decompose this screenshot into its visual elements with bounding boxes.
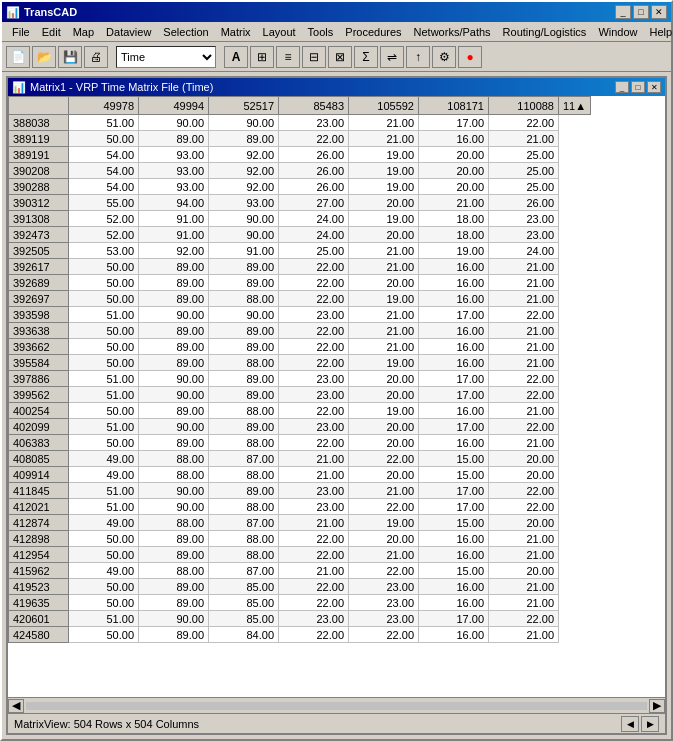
menu-layout[interactable]: Layout [257, 24, 302, 40]
filter-button[interactable]: ⊠ [328, 46, 352, 68]
row-id-cell: 409914 [9, 467, 69, 483]
menu-networks-paths[interactable]: Networks/Paths [408, 24, 497, 40]
cols-button[interactable]: ⊟ [302, 46, 326, 68]
menu-routing-logistics[interactable]: Routing/Logistics [497, 24, 593, 40]
menu-selection[interactable]: Selection [157, 24, 214, 40]
col-header-49978[interactable]: 49978 [69, 97, 139, 115]
table-row: 38919154.0093.0092.0026.0019.0020.0025.0… [9, 147, 591, 163]
swap-button[interactable]: ⇌ [380, 46, 404, 68]
data-cell: 22.00 [279, 275, 349, 291]
data-cell: 27.00 [279, 195, 349, 211]
menu-procedures[interactable]: Procedures [339, 24, 407, 40]
data-cell: 89.00 [209, 371, 279, 387]
data-cell: 22.00 [349, 451, 419, 467]
status-btn-2[interactable]: ▶ [641, 716, 659, 732]
inner-maximize[interactable]: □ [631, 81, 645, 93]
open-button[interactable]: 📂 [32, 46, 56, 68]
data-cell: 17.00 [419, 115, 489, 131]
menu-dataview[interactable]: Dataview [100, 24, 157, 40]
col-header-more[interactable]: 11▲ [559, 97, 591, 115]
menu-edit[interactable]: Edit [36, 24, 67, 40]
table-area: 49978 49994 52517 85483 105592 108171 11… [8, 96, 665, 713]
highlight-button[interactable]: ● [458, 46, 482, 68]
data-cell: 22.00 [279, 323, 349, 339]
data-cell: 89.00 [139, 435, 209, 451]
data-cell: 20.00 [489, 563, 559, 579]
inner-title-left: 📊 Matrix1 - VRP Time Matrix File (Time) [12, 81, 213, 94]
data-cell: 18.00 [419, 211, 489, 227]
menu-map[interactable]: Map [67, 24, 100, 40]
data-cell: 20.00 [349, 419, 419, 435]
up-button[interactable]: ↑ [406, 46, 430, 68]
h-scrollbar[interactable]: ◀ ▶ [8, 697, 665, 713]
data-cell: 51.00 [69, 419, 139, 435]
minimize-button[interactable]: _ [615, 5, 631, 19]
row-id-cell: 391308 [9, 211, 69, 227]
col-header-110088[interactable]: 110088 [489, 97, 559, 115]
menu-tools[interactable]: Tools [302, 24, 340, 40]
row-id-cell: 392697 [9, 291, 69, 307]
table-row: 39020854.0093.0092.0026.0019.0020.0025.0… [9, 163, 591, 179]
row-id-cell: 390208 [9, 163, 69, 179]
data-cell: 50.00 [69, 131, 139, 147]
time-dropdown[interactable]: Time [116, 46, 216, 68]
inner-minimize[interactable]: _ [615, 81, 629, 93]
menu-help[interactable]: Help [644, 24, 674, 40]
table-row: 41952350.0089.0085.0022.0023.0016.0021.0… [9, 579, 591, 595]
data-cell: 21.00 [279, 467, 349, 483]
scroll-right-button[interactable]: ▶ [649, 699, 665, 713]
row-id-cell: 390312 [9, 195, 69, 211]
save-button[interactable]: 💾 [58, 46, 82, 68]
menu-matrix[interactable]: Matrix [215, 24, 257, 40]
inner-close[interactable]: ✕ [647, 81, 661, 93]
data-cell: 20.00 [419, 147, 489, 163]
table-row: 42060151.0090.0085.0023.0023.0017.0022.0… [9, 611, 591, 627]
data-cell: 22.00 [279, 291, 349, 307]
data-cell: 15.00 [419, 451, 489, 467]
data-cell: 20.00 [489, 467, 559, 483]
data-cell: 21.00 [489, 259, 559, 275]
rows-button[interactable]: ≡ [276, 46, 300, 68]
scroll-left-button[interactable]: ◀ [8, 699, 24, 713]
col-header-108171[interactable]: 108171 [419, 97, 489, 115]
data-cell: 50.00 [69, 547, 139, 563]
col-header-49994[interactable]: 49994 [139, 97, 209, 115]
new-button[interactable]: 📄 [6, 46, 30, 68]
row-id-cell: 388038 [9, 115, 69, 131]
maximize-button[interactable]: □ [633, 5, 649, 19]
table-row: 40025450.0089.0088.0022.0019.0016.0021.0… [9, 403, 591, 419]
table-scroll[interactable]: 49978 49994 52517 85483 105592 108171 11… [8, 96, 665, 697]
data-cell: 88.00 [209, 355, 279, 371]
data-cell: 22.00 [489, 611, 559, 627]
h-scroll-track[interactable] [26, 702, 647, 710]
table-row: 38911950.0089.0089.0022.0021.0016.0021.0… [9, 131, 591, 147]
table-row: 39031255.0094.0093.0027.0020.0021.0026.0… [9, 195, 591, 211]
data-cell: 90.00 [209, 115, 279, 131]
data-cell: 23.00 [349, 579, 419, 595]
data-cell: 22.00 [279, 259, 349, 275]
menu-file[interactable]: File [6, 24, 36, 40]
print-button[interactable]: 🖨 [84, 46, 108, 68]
data-cell: 55.00 [69, 195, 139, 211]
status-btn-1[interactable]: ◀ [621, 716, 639, 732]
close-button[interactable]: ✕ [651, 5, 667, 19]
settings-button[interactable]: ⚙ [432, 46, 456, 68]
status-controls: ◀ ▶ [621, 716, 659, 732]
data-cell: 94.00 [139, 195, 209, 211]
table-row: 39363850.0089.0089.0022.0021.0016.0021.0… [9, 323, 591, 339]
data-cell: 20.00 [349, 275, 419, 291]
table-row: 39366250.0089.0089.0022.0021.0016.0021.0… [9, 339, 591, 355]
data-cell: 22.00 [279, 355, 349, 371]
data-cell: 89.00 [139, 403, 209, 419]
grid-button[interactable]: ⊞ [250, 46, 274, 68]
data-cell: 21.00 [349, 115, 419, 131]
data-cell: 23.00 [279, 483, 349, 499]
col-header-52517[interactable]: 52517 [209, 97, 279, 115]
sum-button[interactable]: Σ [354, 46, 378, 68]
data-cell: 22.00 [279, 131, 349, 147]
col-header-105592[interactable]: 105592 [349, 97, 419, 115]
font-button[interactable]: A [224, 46, 248, 68]
col-header-85483[interactable]: 85483 [279, 97, 349, 115]
menu-window[interactable]: Window [592, 24, 643, 40]
data-cell: 50.00 [69, 579, 139, 595]
